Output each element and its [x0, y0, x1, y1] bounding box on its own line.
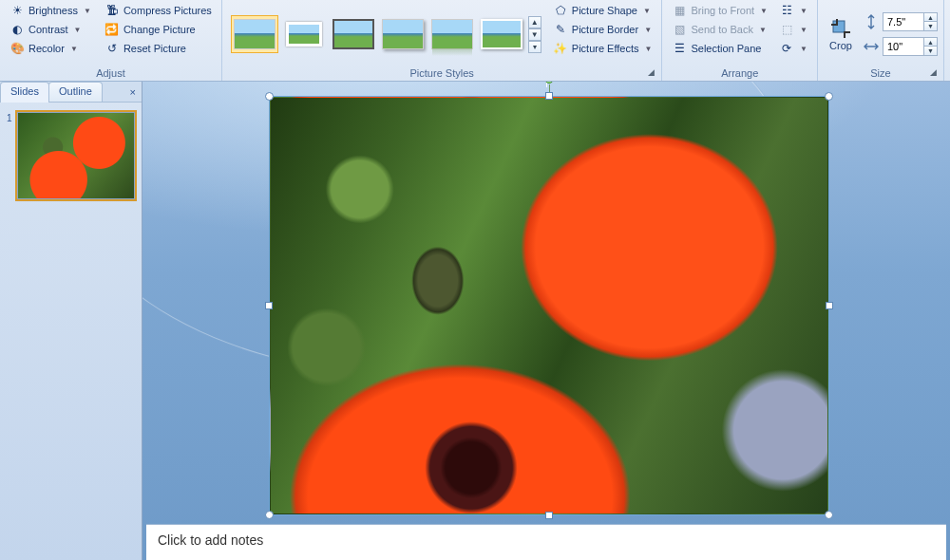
- width-spinner[interactable]: ▲ ▼: [883, 37, 938, 56]
- dropdown-caret-icon: ▼: [644, 26, 652, 34]
- picture-border-button[interactable]: ✎ Picture Border ▼: [549, 21, 656, 38]
- width-up[interactable]: ▲: [923, 38, 937, 47]
- height-input[interactable]: [884, 16, 923, 28]
- height-spinner[interactable]: ▲ ▼: [883, 12, 938, 31]
- brightness-button[interactable]: ☀ Brightness ▼: [6, 2, 95, 19]
- picture-effects-label: Picture Effects: [572, 43, 639, 54]
- size-dialog-launcher[interactable]: ◢: [930, 67, 941, 79]
- recolor-label: Recolor: [28, 43, 65, 54]
- rotate-icon: ⟳: [779, 41, 794, 56]
- height-icon: [864, 14, 879, 29]
- style-thumb-6[interactable]: [478, 15, 525, 53]
- reset-icon: ↺: [104, 41, 120, 56]
- group-picture-styles: ▲ ▼ ▾ ⬠ Picture Shape ▼ ✎ Picture Border…: [222, 0, 663, 81]
- bring-front-label: Bring to Front: [691, 5, 754, 16]
- gallery-more[interactable]: ▾: [528, 41, 542, 53]
- slide-canvas[interactable]: [142, 82, 950, 520]
- style-thumb-3[interactable]: [330, 15, 377, 53]
- change-picture-icon: 🔁: [104, 22, 120, 37]
- group-label-arrange: Arrange: [668, 66, 810, 81]
- style-thumb-1[interactable]: [231, 15, 278, 53]
- resize-handle-n[interactable]: [545, 92, 553, 100]
- picture-shape-icon: ⬠: [553, 3, 568, 18]
- reset-picture-button[interactable]: ↺ Reset Picture: [101, 40, 216, 57]
- slide-thumb-1[interactable]: 1: [17, 112, 135, 199]
- notes-pane[interactable]: Click to add notes: [146, 524, 946, 560]
- gallery-scroll-up[interactable]: ▲: [528, 16, 542, 28]
- align-icon: ☷: [779, 3, 794, 18]
- compress-icon: 🗜: [104, 3, 120, 18]
- compress-pictures-button[interactable]: 🗜 Compress Pictures: [101, 2, 216, 19]
- picture-effects-icon: ✨: [553, 41, 568, 56]
- dropdown-caret-icon: ▼: [800, 7, 808, 15]
- resize-handle-se[interactable]: [825, 511, 833, 519]
- selection-pane-icon: ☰: [672, 41, 687, 56]
- selected-picture[interactable]: [270, 97, 828, 514]
- brightness-label: Brightness: [28, 5, 78, 16]
- send-to-back-button[interactable]: ▧ Send to Back ▼: [668, 21, 771, 38]
- resize-handle-e[interactable]: [826, 302, 833, 309]
- send-back-label: Send to Back: [691, 24, 752, 35]
- group-arrange: ▦ Bring to Front ▼ ▧ Send to Back ▼ ☰ Se…: [662, 0, 817, 81]
- change-picture-button[interactable]: 🔁 Change Picture: [101, 21, 216, 38]
- dropdown-caret-icon: ▼: [643, 7, 651, 15]
- resize-handle-sw[interactable]: [265, 511, 274, 519]
- width-icon: [864, 39, 879, 54]
- brightness-icon: ☀: [10, 3, 25, 18]
- group-label-adjust: Adjust: [6, 66, 216, 81]
- height-down[interactable]: ▼: [923, 22, 937, 30]
- group-icon: ⬚: [779, 22, 794, 37]
- change-label: Change Picture: [124, 24, 196, 35]
- style-thumb-2[interactable]: [280, 15, 328, 53]
- crop-icon: [829, 17, 852, 40]
- gallery-scroll-down[interactable]: ▼: [528, 28, 542, 41]
- recolor-icon: 🎨: [10, 41, 25, 56]
- slide-thumb-image: [18, 113, 134, 198]
- workspace: Slides Outline × 1: [0, 82, 950, 560]
- contrast-label: Contrast: [28, 24, 68, 35]
- resize-handle-nw[interactable]: [265, 92, 274, 101]
- picture-effects-button[interactable]: ✨ Picture Effects ▼: [549, 40, 656, 57]
- reset-label: Reset Picture: [124, 43, 186, 54]
- dropdown-caret-icon: ▼: [760, 7, 768, 15]
- slide-number: 1: [7, 113, 12, 123]
- picture-shape-button[interactable]: ⬠ Picture Shape ▼: [549, 2, 656, 19]
- rotate-button[interactable]: ⟳ ▼: [775, 40, 811, 57]
- style-thumb-4[interactable]: [379, 15, 427, 53]
- pane-close-button[interactable]: ×: [124, 86, 142, 98]
- selection-pane-button[interactable]: ☰ Selection Pane: [668, 40, 771, 57]
- recolor-button[interactable]: 🎨 Recolor ▼: [6, 40, 95, 57]
- tab-outline[interactable]: Outline: [48, 82, 103, 102]
- selection-pane-label: Selection Pane: [691, 43, 761, 54]
- picture-styles-gallery: ▲ ▼ ▾: [228, 2, 543, 66]
- dropdown-caret-icon: ▼: [759, 26, 767, 34]
- group-button[interactable]: ⬚ ▼: [775, 21, 811, 38]
- style-thumb-5[interactable]: [428, 15, 476, 53]
- gallery-scroll: ▲ ▼ ▾: [528, 16, 542, 53]
- align-button[interactable]: ☷ ▼: [775, 2, 811, 19]
- picture-border-label: Picture Border: [572, 24, 638, 35]
- crop-button[interactable]: Crop: [824, 15, 858, 53]
- dropdown-caret-icon: ▼: [800, 26, 808, 34]
- editor-area: Click to add notes: [142, 82, 950, 560]
- bring-to-front-button[interactable]: ▦ Bring to Front ▼: [668, 2, 771, 19]
- svg-rect-0: [833, 21, 845, 32]
- dropdown-caret-icon: ▼: [645, 45, 653, 53]
- resize-handle-w[interactable]: [265, 302, 273, 309]
- pane-tabs: Slides Outline ×: [0, 82, 142, 103]
- slides-pane: Slides Outline × 1: [0, 82, 142, 560]
- styles-dialog-launcher[interactable]: ◢: [648, 67, 659, 79]
- crop-label: Crop: [829, 40, 852, 51]
- dropdown-caret-icon: ▼: [70, 45, 78, 53]
- resize-handle-s[interactable]: [545, 512, 553, 519]
- group-label-size: Size: [824, 66, 938, 81]
- height-up[interactable]: ▲: [923, 13, 937, 22]
- contrast-icon: ◐: [10, 22, 25, 37]
- tab-slides[interactable]: Slides: [0, 82, 49, 102]
- dropdown-caret-icon: ▼: [84, 7, 91, 15]
- resize-handle-ne[interactable]: [825, 92, 833, 101]
- contrast-button[interactable]: ◐ Contrast ▼: [6, 21, 95, 38]
- width-down[interactable]: ▼: [923, 47, 937, 55]
- width-input[interactable]: [884, 41, 923, 52]
- group-size: Crop ▲ ▼: [818, 0, 944, 81]
